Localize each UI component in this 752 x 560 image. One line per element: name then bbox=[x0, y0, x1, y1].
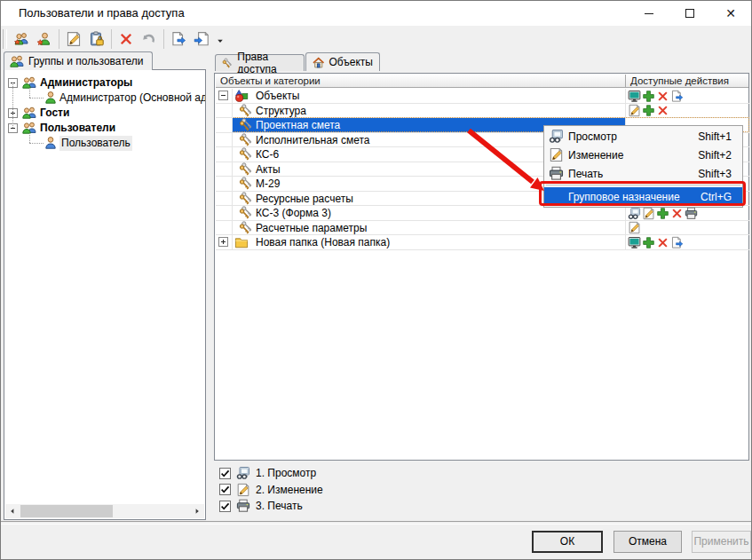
toolbar-separator bbox=[59, 29, 59, 49]
tree-connector bbox=[29, 133, 30, 143]
scrollbar-thumb[interactable] bbox=[20, 505, 113, 517]
horizontal-scrollbar[interactable] bbox=[5, 504, 204, 518]
plus-icon[interactable] bbox=[642, 236, 655, 249]
checkbox[interactable] bbox=[219, 484, 231, 495]
caret-down-icon bbox=[217, 37, 224, 44]
table-row[interactable]: Расчетные параметры bbox=[216, 221, 749, 236]
delete-icon[interactable] bbox=[656, 104, 669, 117]
group-icon bbox=[22, 106, 36, 120]
table-row[interactable]: Структура bbox=[216, 104, 749, 119]
annotation-highlight-box bbox=[539, 181, 746, 206]
tab-access-rights[interactable]: Права доступа bbox=[215, 54, 305, 71]
checkbox[interactable] bbox=[219, 501, 231, 512]
scroll-left-arrow-icon[interactable] bbox=[5, 504, 20, 518]
toolbar-button-file-export[interactable] bbox=[167, 28, 190, 51]
toolbar-button-permissions[interactable] bbox=[85, 28, 108, 51]
print-icon bbox=[549, 166, 564, 181]
row-label: Исполнительная смета bbox=[256, 133, 369, 147]
delete-icon[interactable] bbox=[670, 207, 684, 220]
tab-label: Объекты bbox=[329, 56, 374, 68]
row-label: Проектная смета bbox=[256, 118, 340, 132]
column-header-objects[interactable]: Объекты и категории bbox=[216, 75, 625, 88]
toolbar-button-undo[interactable] bbox=[138, 28, 161, 51]
edit-icon bbox=[236, 483, 250, 497]
menu-item[interactable]: ПечатьShift+3 bbox=[544, 164, 742, 183]
table-row[interactable]: Объекты bbox=[216, 89, 749, 104]
undo-icon bbox=[141, 31, 157, 47]
apply-button[interactable]: Применить bbox=[692, 531, 751, 553]
permissions-icon bbox=[89, 31, 105, 47]
edit-icon[interactable] bbox=[642, 207, 655, 220]
toolbar-button-add-user[interactable] bbox=[33, 28, 56, 51]
minimize-button[interactable] bbox=[629, 1, 669, 26]
table-row[interactable]: КС-3 (Форма 3) bbox=[216, 206, 749, 221]
tab-groups-and-users[interactable]: Группы и пользователи bbox=[4, 51, 153, 70]
maximize-button[interactable] bbox=[669, 1, 710, 26]
person-green-icon bbox=[44, 91, 58, 105]
title-bar: Пользователи и права доступа ✕ bbox=[1, 1, 751, 26]
edit-icon[interactable] bbox=[628, 221, 641, 234]
menu-item[interactable]: ПросмотрShift+1 bbox=[544, 127, 742, 146]
column-header-actions[interactable]: Доступные действия bbox=[625, 75, 748, 88]
tree-connector bbox=[29, 98, 44, 99]
row-label: Ресурсные расчеты bbox=[256, 192, 353, 206]
keys-icon bbox=[239, 192, 253, 206]
minimize-icon bbox=[645, 13, 653, 14]
toolbar-more-button[interactable] bbox=[214, 28, 226, 51]
menu-item-icon-cell bbox=[544, 166, 568, 181]
toolbar-button-add-group[interactable] bbox=[10, 28, 33, 51]
plus-icon[interactable] bbox=[642, 104, 655, 117]
monitor-icon[interactable] bbox=[628, 90, 641, 103]
keys-icon bbox=[239, 118, 253, 132]
plus-icon[interactable] bbox=[656, 207, 669, 220]
add-user-icon bbox=[36, 31, 52, 47]
row-label: Новая папка (Новая папка) bbox=[256, 235, 390, 249]
tree-item[interactable]: Пользователи bbox=[4, 121, 205, 136]
keys-icon bbox=[239, 104, 253, 118]
toolbar-button-delete[interactable] bbox=[115, 28, 138, 51]
window-controls: ✕ bbox=[629, 1, 751, 26]
row-label: Объекты bbox=[256, 89, 300, 103]
row-label: М-29 bbox=[256, 177, 280, 191]
row-actions bbox=[628, 221, 641, 235]
checkbox[interactable] bbox=[219, 468, 231, 479]
file-export-icon[interactable] bbox=[670, 236, 684, 249]
view-icon bbox=[549, 129, 564, 144]
file-import-icon bbox=[194, 31, 210, 47]
collapse-toggle-icon[interactable] bbox=[218, 91, 228, 100]
toolbar-grip[interactable] bbox=[3, 29, 7, 49]
menu-item[interactable]: ИзменениеShift+2 bbox=[544, 146, 742, 164]
toolbar-button-edit[interactable] bbox=[62, 28, 85, 51]
ok-button[interactable]: ОК bbox=[532, 531, 603, 553]
file-export-icon bbox=[170, 31, 186, 47]
tree-item-label: Пользователь bbox=[59, 136, 132, 151]
tree-item[interactable]: Администраторы bbox=[4, 75, 205, 91]
legend-row: 2. Изменение bbox=[219, 482, 323, 499]
check-icon bbox=[220, 485, 230, 494]
separator-line bbox=[1, 521, 751, 525]
expand-toggle-icon[interactable] bbox=[218, 237, 228, 247]
edit-icon[interactable] bbox=[628, 104, 641, 117]
toolbar-button-file-import[interactable] bbox=[190, 28, 213, 51]
plus-icon[interactable] bbox=[642, 90, 655, 103]
arrow-right-icon bbox=[194, 508, 201, 515]
delete-icon[interactable] bbox=[656, 90, 669, 103]
legend-label: 1. Просмотр bbox=[256, 467, 316, 479]
view-icon bbox=[236, 466, 250, 480]
scroll-right-arrow-icon[interactable] bbox=[190, 504, 204, 518]
tree-connector bbox=[29, 88, 30, 98]
tree-item[interactable]: Гости bbox=[4, 106, 205, 121]
close-button[interactable]: ✕ bbox=[710, 1, 751, 26]
print-icon[interactable] bbox=[685, 207, 698, 220]
cancel-button[interactable]: Отмена bbox=[613, 531, 682, 553]
keys-icon bbox=[239, 133, 253, 147]
file-export-icon[interactable] bbox=[670, 90, 684, 103]
tab-objects[interactable]: Объекты bbox=[305, 52, 380, 71]
tree-item-label: Администраторы bbox=[40, 75, 132, 91]
delete-icon[interactable] bbox=[656, 236, 669, 249]
keys-icon bbox=[239, 162, 253, 177]
table-row[interactable]: Новая папка (Новая папка) bbox=[216, 235, 749, 250]
monitor-icon[interactable] bbox=[628, 236, 641, 249]
row-actions bbox=[628, 235, 684, 249]
view-icon[interactable] bbox=[628, 207, 641, 220]
